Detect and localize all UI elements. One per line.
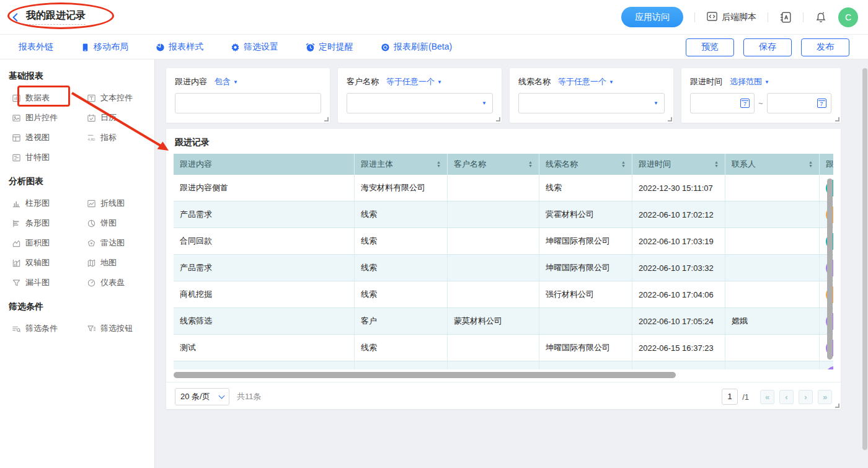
data-table-widget[interactable]: 跟进记录 跟进内容跟进主体▲▼客户名称▲▼线索名称▲▼跟进时间▲▼联系人▲▼跟进… [166, 129, 841, 409]
table-row[interactable]: 跟进内容侧首海安材料有限公司线索2022-12-30 15:11:07电 [174, 175, 833, 201]
filter-field-label: 线索名称 [518, 76, 551, 87]
filter-operator-dropdown[interactable]: 等于任意一个▼ [558, 76, 614, 87]
canvas-scrollbar[interactable] [862, 68, 867, 450]
sidebar-item-pie-chart[interactable]: 饼图 [87, 213, 155, 233]
publish-button[interactable]: 发布 [801, 38, 849, 56]
toolbar-item-0[interactable]: 报表外链 [19, 42, 53, 53]
resize-handle[interactable] [835, 117, 839, 121]
filter-widget-2[interactable]: 线索名称等于任意一个▼▼ [510, 68, 673, 123]
first-page-button[interactable]: « [760, 390, 774, 404]
filter-select-input[interactable]: ▼ [518, 93, 665, 113]
filter-text-input[interactable] [175, 93, 321, 113]
table-row[interactable]: 测试线索坤曜国际有限公司2022-06-15 16:37:23产 [174, 335, 833, 361]
toolbar-item-1[interactable]: 移动布局 [81, 42, 128, 53]
sidebar-item-label: 文本控件 [100, 92, 133, 104]
back-icon[interactable] [10, 12, 21, 23]
notification-bell-icon[interactable] [815, 11, 827, 24]
sidebar-item-line-chart[interactable]: 折线图 [87, 193, 155, 213]
sidebar-item-label: 透视图 [25, 132, 50, 143]
date-start-input[interactable]: 7 [690, 93, 755, 113]
sort-icon[interactable]: ▲▼ [805, 161, 813, 168]
sidebar-item-metric[interactable]: 4,80指标 [87, 128, 155, 148]
gear-icon [231, 43, 240, 52]
column-header-1[interactable]: 跟进主体▲▼ [355, 154, 448, 175]
sidebar-item-calendar[interactable]: 日历 [87, 108, 155, 128]
table-row[interactable]: 产 [174, 361, 833, 369]
sidebar-item-gauge[interactable]: 仪表盘 [87, 273, 155, 293]
sidebar-item-image-widget[interactable]: 图片控件 [12, 108, 87, 128]
backend-script-button[interactable]: 后端脚本 [706, 11, 756, 24]
table-cell: 产品需求 [174, 255, 355, 281]
table-vertical-scrollbar[interactable] [827, 179, 833, 360]
column-header-5[interactable]: 联系人▲▼ [725, 154, 820, 175]
sidebar-item-area-chart[interactable]: 面积图 [12, 233, 87, 253]
resize-handle[interactable] [835, 404, 839, 408]
preview-button[interactable]: 预览 [686, 38, 734, 56]
avatar[interactable]: C [838, 7, 858, 27]
save-button[interactable]: 保存 [743, 38, 792, 56]
table-row[interactable]: 商机挖掘线索强行材料公司2022-06-10 17:04:06当 [174, 281, 833, 308]
column-header-2[interactable]: 客户名称▲▼ [448, 154, 539, 175]
filter-select-input[interactable]: ▼ [347, 93, 493, 113]
toolbar-item-3[interactable]: 筛选设置 [231, 42, 278, 53]
sort-icon[interactable]: ▲▼ [711, 161, 719, 168]
table-row[interactable]: 产品需求线索蓂霍材料公司2022-06-10 17:02:12当 [174, 201, 833, 228]
column-header-6[interactable]: 跟进方式▲▼ [820, 154, 833, 175]
sidebar-item-radar-chart[interactable]: 雷达图 [87, 233, 155, 253]
sidebar-item-funnel[interactable]: 漏斗图 [12, 273, 87, 293]
toolbar-item-5[interactable]: 报表刷新(Beta) [381, 42, 452, 53]
sidebar-item-filter-lines[interactable]: 筛选条件 [12, 319, 87, 338]
table-cell: 蓂霍材料公司 [539, 201, 632, 227]
last-page-button[interactable]: » [818, 390, 832, 404]
sidebar-item-map[interactable]: 地图 [87, 253, 155, 273]
table-cell: 线索 [355, 201, 448, 227]
page-number-input[interactable]: 1 [722, 389, 738, 405]
toolbar-item-2[interactable]: 报表样式 [156, 42, 203, 53]
table-row[interactable]: 产品需求线索坤曜国际有限公司2022-06-10 17:03:32产 [174, 255, 833, 281]
toolbar-item-label: 报表样式 [169, 42, 203, 53]
sidebar-item-dual-axis[interactable]: 双轴图 [12, 253, 87, 273]
sidebar-item-pivot[interactable]: 透视图 [12, 128, 87, 148]
filter-operator-dropdown[interactable]: 选择范围▼ [730, 76, 769, 87]
prev-page-button[interactable]: ‹ [779, 390, 794, 404]
table-cell: 线索 [355, 335, 448, 361]
sort-icon[interactable]: ▲▼ [525, 161, 533, 168]
sort-icon[interactable]: ▲▼ [433, 161, 441, 168]
filter-operator-dropdown[interactable]: 等于任意一个▼ [386, 76, 442, 87]
table-horizontal-scrollbar[interactable] [174, 372, 676, 378]
table-scroll-area[interactable]: 跟进内容跟进主体▲▼客户名称▲▼线索名称▲▼跟进时间▲▼联系人▲▼跟进方式▲▼ … [174, 154, 833, 369]
table-title: 跟进记录 [166, 129, 841, 154]
refresh-icon [381, 43, 390, 52]
app-access-button[interactable]: 应用访问 [621, 7, 683, 27]
sidebar-item-gantt[interactable]: 甘特图 [12, 148, 87, 167]
gauge-icon [87, 278, 96, 288]
table-row[interactable]: 合同回款线索坤曜国际有限公司2022-06-10 17:03:19电 [174, 228, 833, 255]
sort-icon[interactable]: ▲▼ [618, 161, 626, 168]
resize-handle[interactable] [668, 117, 672, 121]
filter-operator-dropdown[interactable]: 包含▼ [215, 76, 238, 87]
next-page-button[interactable]: › [799, 390, 813, 404]
sidebar-item-bar-chart[interactable]: 条形图 [12, 213, 87, 233]
page-size-select[interactable]: 20 条/页 [175, 388, 229, 405]
column-header-3[interactable]: 线索名称▲▼ [539, 154, 632, 175]
sidebar-item-text-widget[interactable]: 文本控件 [87, 88, 155, 108]
table-cell [725, 255, 820, 281]
filter-widget-3[interactable]: 跟进时间选择范围▼7~7 [681, 68, 841, 123]
filter-widget-0[interactable]: 跟进内容包含▼ [166, 68, 330, 123]
page-title[interactable]: 我的跟进记录 [26, 9, 86, 25]
resize-handle[interactable] [496, 117, 500, 121]
follow-type-badge: 产 [826, 366, 833, 370]
filter-widget-1[interactable]: 客户名称等于任意一个▼▼ [338, 68, 502, 123]
column-header-4[interactable]: 跟进时间▲▼ [632, 154, 725, 175]
table-row[interactable]: 线索筛选客户蒙莫材料公司2022-06-10 17:05:24嫦娥产 [174, 308, 833, 335]
contacts-icon[interactable] [779, 11, 792, 24]
toolbar-item-4[interactable]: 定时提醒 [306, 42, 353, 53]
filter-control: 7~7 [690, 93, 832, 113]
sidebar-item-column-chart[interactable]: 柱形图 [12, 193, 87, 213]
date-end-input[interactable]: 7 [767, 93, 831, 113]
column-header-0[interactable]: 跟进内容 [174, 154, 355, 175]
sidebar-item-filter-button[interactable]: 筛选按钮 [87, 319, 155, 338]
sidebar-item-datasheet[interactable]: 数据表 [12, 88, 87, 108]
resize-handle[interactable] [324, 117, 329, 121]
top-bar: 我的跟进记录 应用访问 后端脚本 C [0, 0, 868, 35]
